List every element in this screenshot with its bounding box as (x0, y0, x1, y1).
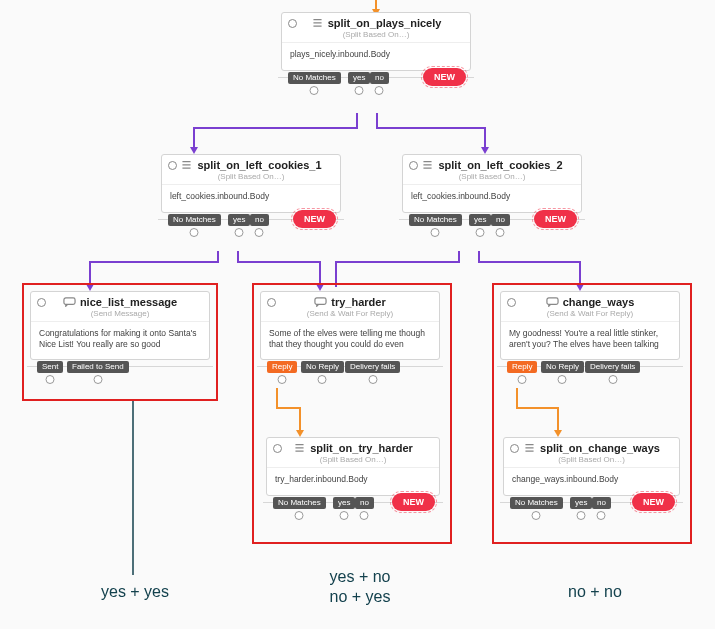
node-subtype: (Send & Wait For Reply) (261, 309, 439, 321)
node-split-plays-nicely[interactable]: split_on_plays_nicely (Split Based On…) … (281, 12, 471, 71)
node-body: plays_nicely.inbound.Body (282, 42, 470, 70)
new-button[interactable]: NEW (423, 68, 466, 86)
svg-marker-2 (481, 147, 489, 154)
node-split-left-cookies-2[interactable]: split_on_left_cookies_2 (Split Based On…… (402, 154, 582, 213)
node-subtype: (Split Based On…) (267, 455, 439, 467)
svg-marker-1 (190, 147, 198, 154)
pill-no-matches[interactable]: No Matches (510, 497, 563, 509)
node-subtype: (Send Message) (31, 309, 209, 321)
node-split-try-harder[interactable]: split_on_try_harder (Split Based On…) tr… (266, 437, 440, 496)
radio-icon (37, 298, 46, 307)
node-body: try_harder.inbound.Body (267, 467, 439, 495)
node-title: split_on_left_cookies_2 (438, 159, 562, 171)
pill-yes[interactable]: yes (570, 497, 592, 509)
node-split-change-ways[interactable]: split_on_change_ways (Split Based On…) c… (503, 437, 680, 496)
node-try-harder[interactable]: try_harder (Send & Wait For Reply) Some … (260, 291, 440, 360)
pill-failed[interactable]: Failed to Send (67, 361, 129, 373)
pill-no[interactable]: no (592, 497, 611, 509)
split-icon (180, 160, 193, 170)
node-body: Congratulations for making it onto Santa… (31, 321, 209, 359)
node-change-ways[interactable]: change_ways (Send & Wait For Reply) My g… (500, 291, 680, 360)
pill-reply[interactable]: Reply (507, 361, 537, 373)
new-button[interactable]: NEW (392, 493, 435, 511)
caption-no-no: no + no (530, 582, 660, 602)
svg-marker-3 (86, 284, 94, 291)
radio-icon (267, 298, 276, 307)
new-button[interactable]: NEW (293, 210, 336, 228)
new-button[interactable]: NEW (632, 493, 675, 511)
pill-no-reply[interactable]: No Reply (541, 361, 584, 373)
svg-rect-10 (547, 298, 558, 304)
message-icon (314, 297, 327, 307)
node-body: My goodness! You're a real little stinke… (501, 321, 679, 359)
radio-icon (510, 444, 519, 453)
node-title: split_on_change_ways (540, 442, 660, 454)
node-subtype: (Split Based On…) (162, 172, 340, 184)
caption-yes-no-no-yes: yes + no no + yes (295, 567, 425, 607)
node-split-left-cookies-1[interactable]: split_on_left_cookies_1 (Split Based On…… (161, 154, 341, 213)
svg-marker-4 (316, 284, 324, 291)
pill-yes[interactable]: yes (228, 214, 250, 226)
node-subtype: (Split Based On…) (403, 172, 581, 184)
caption-yes-yes: yes + yes (70, 582, 200, 602)
pill-delivery-fails[interactable]: Delivery fails (345, 361, 400, 373)
svg-marker-6 (296, 430, 304, 437)
radio-icon (288, 19, 297, 28)
svg-rect-9 (315, 298, 326, 304)
pill-no[interactable]: no (355, 497, 374, 509)
message-icon (546, 297, 559, 307)
node-title: split_on_try_harder (310, 442, 413, 454)
svg-marker-7 (554, 430, 562, 437)
radio-icon (273, 444, 282, 453)
node-nice-list-message[interactable]: nice_list_message (Send Message) Congrat… (30, 291, 210, 360)
node-title: try_harder (331, 296, 385, 308)
pill-no[interactable]: no (491, 214, 510, 226)
node-title: nice_list_message (80, 296, 177, 308)
pill-sent[interactable]: Sent (37, 361, 63, 373)
split-icon (311, 18, 324, 28)
pill-no-reply[interactable]: No Reply (301, 361, 344, 373)
pill-no[interactable]: no (370, 72, 389, 84)
node-body: change_ways.inbound.Body (504, 467, 679, 495)
node-title: change_ways (563, 296, 635, 308)
pill-yes[interactable]: yes (348, 72, 370, 84)
radio-icon (168, 161, 177, 170)
svg-marker-5 (576, 284, 584, 291)
new-button[interactable]: NEW (534, 210, 577, 228)
node-subtype: (Split Based On…) (282, 30, 470, 42)
node-subtype: (Split Based On…) (504, 455, 679, 467)
node-body: Some of the elves were telling me though… (261, 321, 439, 359)
pill-reply[interactable]: Reply (267, 361, 297, 373)
node-title: split_on_left_cookies_1 (197, 159, 321, 171)
svg-rect-8 (64, 298, 75, 304)
radio-icon (507, 298, 516, 307)
pill-yes[interactable]: yes (469, 214, 491, 226)
split-icon (421, 160, 434, 170)
pill-no-matches[interactable]: No Matches (288, 72, 341, 84)
node-body: left_cookies.inbound.Body (162, 184, 340, 212)
split-icon (523, 443, 536, 453)
pill-no-matches[interactable]: No Matches (168, 214, 221, 226)
split-icon (293, 443, 306, 453)
pill-no-matches[interactable]: No Matches (409, 214, 462, 226)
pill-no[interactable]: no (250, 214, 269, 226)
radio-icon (409, 161, 418, 170)
node-subtype: (Send & Wait For Reply) (501, 309, 679, 321)
pill-no-matches[interactable]: No Matches (273, 497, 326, 509)
node-body: left_cookies.inbound.Body (403, 184, 581, 212)
pill-delivery-fails[interactable]: Delivery fails (585, 361, 640, 373)
node-title: split_on_plays_nicely (328, 17, 442, 29)
message-icon (63, 297, 76, 307)
pill-yes[interactable]: yes (333, 497, 355, 509)
